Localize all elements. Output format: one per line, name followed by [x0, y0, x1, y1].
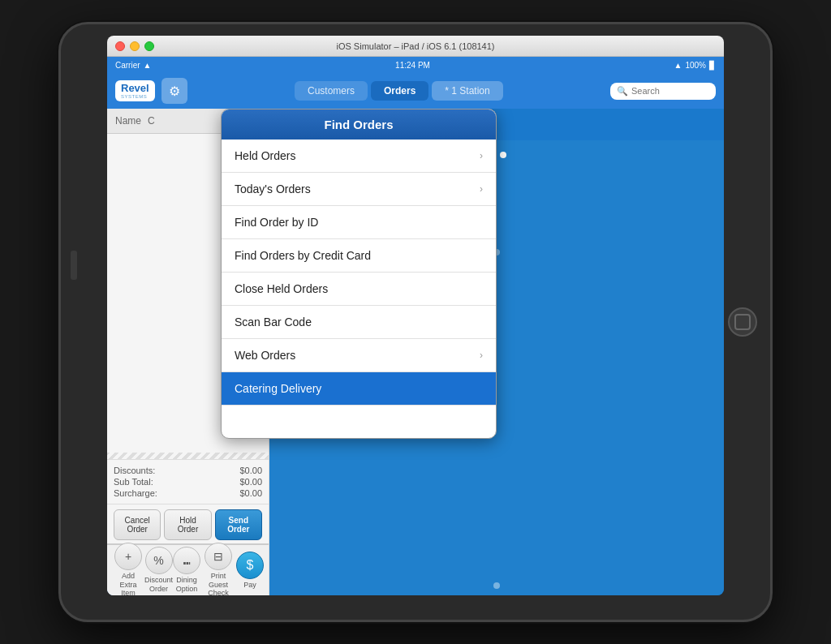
revel-logo-main: Revel [121, 82, 149, 95]
close-held-orders-item[interactable]: Close Held Orders [222, 273, 496, 306]
mac-titlebar: iOS Simulator – iPad / iOS 6.1 (108141) [107, 36, 724, 57]
mac-fullscreen-button[interactable] [144, 41, 154, 51]
ios-statusbar: Carrier ▲ 11:24 PM ▲ 100% ▊ [107, 57, 724, 73]
mac-minimize-button[interactable] [130, 41, 140, 51]
todays-orders-item[interactable]: Today's Orders › [222, 173, 496, 206]
find-orders-by-credit-card-item[interactable]: Find Orders by Credit Card [222, 239, 496, 273]
mac-window-buttons [115, 41, 154, 51]
volume-button[interactable] [71, 251, 77, 280]
ios-navbar: Revel SYSTEMS ⚙ Customers Orders * 1 Sta… [107, 73, 724, 109]
gear-icon: ⚙ [169, 84, 180, 99]
tab-customers[interactable]: Customers [295, 81, 368, 101]
popup-spacer [222, 406, 496, 438]
chevron-icon: › [480, 183, 483, 195]
chevron-icon: › [480, 150, 483, 161]
battery-icon: ▊ [709, 61, 716, 70]
revel-logo-sub: SYSTEMS [121, 94, 149, 100]
chevron-icon: › [480, 350, 483, 361]
catering-delivery-item[interactable]: Catering Delivery [222, 372, 496, 406]
screen-container: iOS Simulator – iPad / iOS 6.1 (108141) … [107, 36, 724, 595]
revel-logo: Revel SYSTEMS [115, 80, 155, 102]
status-left: Carrier ▲ [115, 61, 151, 70]
main-content: Name C Discounts: $0.00 Sub Total: $0.00 [107, 109, 724, 595]
location-icon: ▲ [674, 61, 682, 70]
tab-orders[interactable]: Orders [371, 81, 428, 101]
battery-text: 100% [685, 61, 706, 70]
nav-tabs: Customers Orders * 1 Station [194, 81, 604, 101]
search-input[interactable] [631, 86, 713, 96]
web-orders-item[interactable]: Web Orders › [222, 339, 496, 372]
mac-title: iOS Simulator – iPad / iOS 6.1 (108141) [336, 41, 494, 51]
home-button[interactable] [728, 307, 757, 337]
mac-close-button[interactable] [115, 41, 125, 51]
find-order-by-id-item[interactable]: Find Order by ID [222, 206, 496, 239]
status-time: 11:24 PM [395, 61, 430, 70]
held-orders-item[interactable]: Held Orders › [222, 140, 496, 173]
ipad-shell: iOS Simulator – iPad / iOS 6.1 (108141) … [58, 22, 773, 622]
status-right: ▲ 100% ▊ [674, 61, 716, 70]
gear-button[interactable]: ⚙ [161, 78, 187, 104]
modal-overlay[interactable]: Find Orders Held Orders › Today's Orders… [107, 109, 724, 595]
find-orders-popup: Find Orders Held Orders › Today's Orders… [221, 109, 497, 439]
scan-bar-code-item[interactable]: Scan Bar Code [222, 306, 496, 339]
carrier-text: Carrier [115, 61, 140, 70]
popup-arrow [351, 109, 367, 109]
tab-station[interactable]: * 1 Station [432, 81, 502, 101]
popup-header: Find Orders [222, 109, 496, 140]
wifi-icon: ▲ [144, 61, 152, 70]
search-bar[interactable]: 🔍 [610, 83, 716, 100]
search-icon: 🔍 [617, 86, 628, 97]
